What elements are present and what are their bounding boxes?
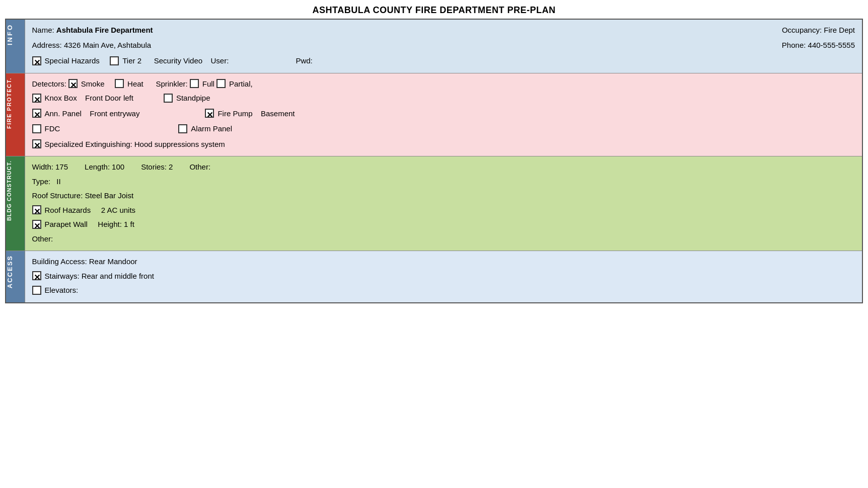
pwd-label: Pwd: <box>296 54 312 67</box>
smoke-label: Smoke <box>81 77 105 91</box>
fire-protect-label: FIRE PROTECT. <box>6 73 12 133</box>
width-label: Width: <box>32 160 54 174</box>
other2-label: Other: <box>32 232 53 246</box>
elevators-checkbox[interactable] <box>32 286 41 295</box>
length-value: 100 <box>112 160 124 174</box>
stairways-checkbox[interactable] <box>32 271 41 280</box>
knox-location: Front Door left <box>85 92 133 105</box>
name-field: Name: Ashtabula Fire Department <box>32 24 153 37</box>
stories-value: 2 <box>169 160 173 174</box>
user-label: User: <box>211 54 229 67</box>
alarm-panel-label: Alarm Panel <box>191 122 232 135</box>
parapet-wall-label: Parapet Wall <box>45 218 88 231</box>
stairways-value: Rear and middle front <box>82 270 154 283</box>
roof-structure-label: Roof Structure: <box>32 189 83 202</box>
type-value: II <box>56 175 60 188</box>
special-hazards-checkbox[interactable] <box>32 56 41 65</box>
spec-ext-label: Specialized Extinguishing: <box>45 138 132 151</box>
detectors-label: Detectors: <box>32 77 66 91</box>
stories-label: Stories: <box>141 160 167 174</box>
building-access-value: Rear Mandoor <box>89 255 137 268</box>
type-label: Type: <box>32 175 51 188</box>
phone-field: Phone: 440-555-5555 <box>782 39 855 52</box>
standpipe-label: Standpipe <box>176 92 210 105</box>
sprinkler-label: Sprinkler: <box>156 77 187 91</box>
spec-ext-value: Hood suppressions system <box>134 138 225 151</box>
tier2-checkbox[interactable] <box>110 56 119 65</box>
special-hazards-label: Special Hazards <box>45 54 100 67</box>
bldg-construct-label: BLDG CONSTRUCT. <box>6 156 12 225</box>
fire-pump-checkbox[interactable] <box>205 109 214 118</box>
parapet-wall-value: Height: 1 ft <box>98 218 134 231</box>
full-label: Full <box>202 77 214 91</box>
ann-panel-label: Ann. Panel <box>45 107 82 120</box>
ann-location: Front entryway <box>90 107 139 120</box>
partial-label: Partial, <box>229 77 253 91</box>
spec-ext-checkbox[interactable] <box>32 139 41 148</box>
parapet-wall-checkbox[interactable] <box>32 220 41 229</box>
access-label: ACCESS <box>6 251 14 292</box>
knox-label: Knox Box <box>45 92 77 105</box>
fire-pump-location: Basement <box>261 107 295 120</box>
width-value: 175 <box>55 160 68 174</box>
smoke-checkbox[interactable] <box>68 79 78 88</box>
alarm-panel-checkbox[interactable] <box>178 124 187 133</box>
building-access-label: Building Access: <box>32 255 87 268</box>
ann-panel-checkbox[interactable] <box>32 109 41 118</box>
fdc-label: FDC <box>45 122 60 135</box>
full-checkbox[interactable] <box>190 79 199 88</box>
length-label: Length: <box>85 160 110 174</box>
heat-checkbox[interactable] <box>115 79 124 88</box>
security-video-label: Security Video <box>154 54 202 67</box>
partial-checkbox[interactable] <box>216 79 226 88</box>
elevators-label: Elevators: <box>45 284 79 297</box>
stairways-label: Stairways: <box>45 270 80 283</box>
heat-label: Heat <box>127 77 143 91</box>
address-field: Address: 4326 Main Ave, Ashtabula <box>32 39 152 52</box>
roof-structure-value: Steel Bar Joist <box>85 189 133 202</box>
fdc-checkbox[interactable] <box>32 124 41 133</box>
tier2-label: Tier 2 <box>122 54 141 67</box>
roof-hazards-label: Roof Hazards <box>45 204 91 217</box>
page-title: ASHTABULA COUNTY FIRE DEPARTMENT PRE-PLA… <box>5 5 863 16</box>
roof-hazards-value: 2 AC units <box>101 204 135 217</box>
occupancy-field: Occupancy: Fire Dept <box>782 24 855 37</box>
fire-pump-label: Fire Pump <box>218 107 252 120</box>
knox-checkbox[interactable] <box>32 94 41 103</box>
standpipe-checkbox[interactable] <box>164 94 173 103</box>
roof-hazards-checkbox[interactable] <box>32 205 41 214</box>
info-label: INFO <box>6 20 14 49</box>
other-label: Other: <box>189 160 210 174</box>
